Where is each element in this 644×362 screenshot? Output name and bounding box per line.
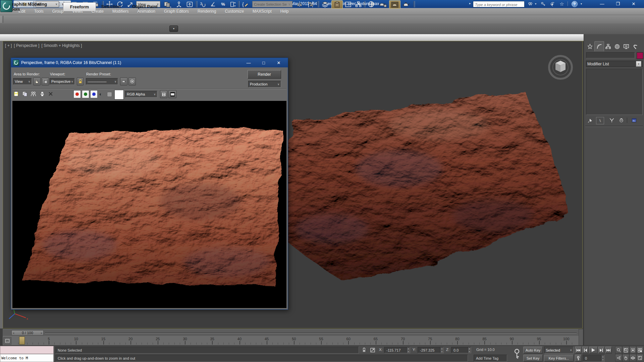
absolute-offset-toggle-icon[interactable] xyxy=(370,347,376,353)
track-bar-ruler[interactable]: 5101520253035404550556065707580859095100 xyxy=(3,336,579,346)
add-time-tag-field[interactable]: Add Time Tag xyxy=(474,355,507,362)
render-production-icon[interactable] xyxy=(401,0,411,8)
zoom-extents-icon[interactable] xyxy=(629,346,636,354)
clone-window-icon[interactable] xyxy=(31,91,37,97)
mirror-icon[interactable] xyxy=(295,0,304,8)
favorites-star-icon[interactable]: ☆ xyxy=(558,1,566,7)
rendered-frame-window-toggle[interactable] xyxy=(389,0,400,9)
auto-region-button[interactable] xyxy=(42,77,49,85)
application-menu-button[interactable] xyxy=(0,0,12,12)
clear-image-icon[interactable] xyxy=(48,91,53,97)
color-correction-button[interactable] xyxy=(168,90,176,98)
x-spinner[interactable]: ▲▼ xyxy=(407,347,410,353)
background-color-swatch[interactable] xyxy=(114,90,124,100)
help-icon[interactable]: ? xyxy=(571,1,578,7)
configure-modifier-sets-icon[interactable] xyxy=(630,117,638,124)
window-minimize-button[interactable]: — xyxy=(595,0,609,7)
schematic-view-icon[interactable] xyxy=(354,0,363,8)
angle-snap-toggle-icon[interactable] xyxy=(209,0,217,8)
edit-region-button[interactable] xyxy=(33,77,41,85)
tab-display[interactable] xyxy=(622,42,631,51)
search-dropdown-icon[interactable]: ▾ xyxy=(534,1,537,7)
tab-freeform[interactable]: Freeform xyxy=(63,2,96,11)
snaps-toggle-icon[interactable]: 3 xyxy=(198,0,207,8)
channel-display-dropdown[interactable]: RGB Alpha∨ xyxy=(125,91,157,98)
x-coord-field[interactable]: -115.717▲▼ xyxy=(384,347,410,353)
go-to-end-button[interactable] xyxy=(605,347,612,354)
subscription-center-icon[interactable] xyxy=(539,1,547,7)
curve-editor-icon[interactable] xyxy=(343,0,353,8)
z-coord-field[interactable]: 0.0▲▼ xyxy=(451,347,471,353)
menu-item[interactable]: Rendering xyxy=(193,9,220,14)
graphite-modeling-tools-toggle[interactable] xyxy=(331,0,343,9)
previous-frame-button[interactable] xyxy=(582,347,589,354)
open-mini-curve-editor-button[interactable] xyxy=(3,337,11,345)
maxscript-mini-listener-pink[interactable] xyxy=(0,346,54,354)
menu-item[interactable]: Help xyxy=(276,9,293,14)
layer-toggle-button[interactable] xyxy=(160,90,167,98)
search-button[interactable] xyxy=(527,1,534,7)
selection-set-dropdown[interactable]: Selected∨ xyxy=(544,347,574,354)
search-input[interactable] xyxy=(473,2,524,8)
render-mode-dropdown[interactable]: Production∨ xyxy=(248,81,281,87)
print-image-icon[interactable] xyxy=(39,91,45,97)
slider-next-icon[interactable]: › xyxy=(41,331,42,335)
menu-item[interactable]: MAXScript xyxy=(248,9,276,14)
tab-object-paint[interactable]: Object Paint xyxy=(131,2,158,11)
material-editor-icon[interactable] xyxy=(366,0,376,8)
tab-hierarchy[interactable] xyxy=(603,42,612,51)
save-image-icon[interactable] xyxy=(13,91,19,97)
z-spinner[interactable]: ▲▼ xyxy=(468,347,471,353)
keyboard-shortcut-override-icon[interactable] xyxy=(185,0,194,8)
red-channel-button[interactable] xyxy=(73,90,81,98)
y-coord-field[interactable]: -297.325▲▼ xyxy=(418,347,444,353)
set-key-button[interactable]: Set Key xyxy=(523,355,543,362)
go-to-start-button[interactable] xyxy=(575,347,582,354)
viewcube[interactable] xyxy=(545,53,576,83)
current-frame-field[interactable]: 0▲▼ xyxy=(583,355,605,362)
maxscript-mini-listener-white[interactable]: Welcome to M xyxy=(0,354,54,362)
zoom-extents-all-icon[interactable] xyxy=(636,346,643,354)
modifier-stack-list[interactable] xyxy=(586,69,643,115)
current-frame-marker[interactable] xyxy=(19,337,25,345)
percent-snap-toggle-icon[interactable]: % xyxy=(219,0,227,8)
modifier-list-dropdown[interactable]: Modifier List∨ xyxy=(586,61,643,67)
next-frame-button[interactable] xyxy=(598,347,605,354)
rfw-maximize-button[interactable]: □ xyxy=(257,58,270,67)
pin-stack-icon[interactable] xyxy=(587,117,594,124)
rfw-viewport-dropdown[interactable]: Perspective∨ xyxy=(50,78,75,85)
copy-image-icon[interactable] xyxy=(22,91,28,97)
remove-modifier-icon[interactable] xyxy=(618,117,625,124)
time-slider-track[interactable]: ‹ 0 / 100 › xyxy=(3,329,579,337)
help-dropdown-icon[interactable]: ▾ xyxy=(580,1,583,7)
rfw-minimize-button[interactable]: — xyxy=(242,58,255,67)
area-to-render-dropdown[interactable]: View∨ xyxy=(13,78,32,85)
play-button[interactable] xyxy=(589,347,598,354)
tab-motion[interactable] xyxy=(612,42,622,51)
maximize-viewport-toggle-icon[interactable] xyxy=(636,354,643,362)
key-filters-button[interactable]: Key Filters... xyxy=(544,355,574,362)
green-channel-button[interactable] xyxy=(82,90,89,98)
make-unique-icon[interactable] xyxy=(608,117,615,124)
menu-item[interactable]: Customize xyxy=(220,9,248,14)
blue-channel-button[interactable] xyxy=(90,90,98,98)
time-slider-button[interactable]: ‹ 0 / 100 › xyxy=(11,330,44,336)
slider-prev-icon[interactable]: ‹ xyxy=(13,331,14,335)
monochrome-channel-icon[interactable]: ◐ xyxy=(99,91,102,97)
alpha-channel-icon[interactable] xyxy=(107,92,112,97)
y-spinner[interactable]: ▲▼ xyxy=(440,347,443,353)
tab-create[interactable] xyxy=(585,42,594,51)
communication-center-icon[interactable] xyxy=(549,1,556,7)
layer-manager-icon[interactable] xyxy=(320,0,330,8)
field-of-view-icon[interactable] xyxy=(615,354,622,362)
select-and-manipulate-icon[interactable] xyxy=(174,0,183,8)
rfw-title-bar[interactable]: Perspective, frame 0, RGBA Color 16 Bits… xyxy=(11,58,288,67)
lock-viewport-icon[interactable] xyxy=(77,77,84,85)
show-end-result-icon[interactable]: ⑊ xyxy=(596,117,604,124)
spinner-snap-toggle-icon[interactable] xyxy=(228,0,236,8)
align-icon[interactable] xyxy=(306,0,315,8)
tab-modify[interactable] xyxy=(594,41,604,51)
environment-effects-button[interactable] xyxy=(128,77,136,85)
window-close-button[interactable]: ✕ xyxy=(627,0,640,7)
frame-spinner[interactable]: ▲▼ xyxy=(601,355,604,361)
